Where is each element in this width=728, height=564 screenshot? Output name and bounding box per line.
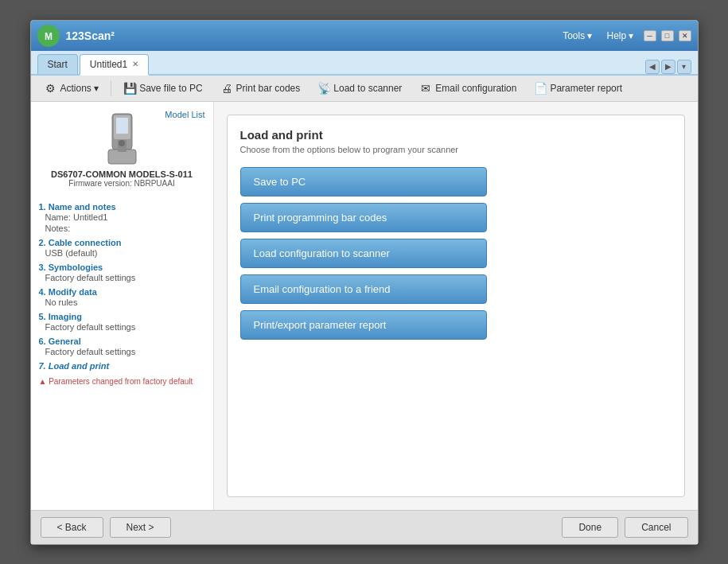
tab-untitled1[interactable]: Untitled1 ✕ <box>80 54 149 76</box>
panel-title: Load and print <box>240 128 672 142</box>
nav-section-value: No rules <box>39 298 205 307</box>
done-button[interactable]: Done <box>562 517 618 538</box>
action-buttons: Save to PCPrint programming bar codesLoa… <box>240 167 672 340</box>
tab-start[interactable]: Start <box>37 54 78 74</box>
parameter-report-button[interactable]: 📄 Parameter report <box>527 79 629 98</box>
tab-dropdown-button[interactable]: ▾ <box>677 60 691 74</box>
report-icon: 📄 <box>534 82 547 95</box>
scanner-image <box>100 110 144 169</box>
actions-icon: ⚙ <box>45 82 57 95</box>
maximize-button[interactable]: □ <box>661 30 674 41</box>
load-icon: 📡 <box>317 82 330 95</box>
nav-section-5: 5. ImagingFactory default settings <box>39 312 205 332</box>
nav-section-1: 1. Name and notesName: Untitled1Notes: <box>39 202 205 233</box>
action-btn-4[interactable]: Email configuration to a friend <box>240 274 487 304</box>
nav-sections: 1. Name and notesName: Untitled1Notes:2.… <box>39 202 205 371</box>
load-scanner-button[interactable]: 📡 Load to scanner <box>310 79 409 98</box>
app-title: 123Scan² <box>66 29 559 42</box>
model-list-link[interactable]: Model List <box>165 110 204 119</box>
nav-section-title-1[interactable]: 1. Name and notes <box>39 202 205 212</box>
nav-section-value: USB (default) <box>39 248 205 258</box>
tab-next-button[interactable]: ▶ <box>661 60 675 74</box>
tab-untitled1-label: Untitled1 <box>90 59 127 70</box>
nav-section-label: Notes: <box>39 224 205 233</box>
nav-section-value: Factory default settings <box>39 322 205 332</box>
nav-section-4: 4. Modify dataNo rules <box>39 287 205 307</box>
nav-section-value: Factory default settings <box>39 347 205 356</box>
toolbar: ⚙ Actions ▾ 💾 Save file to PC 🖨 Print ba… <box>31 76 698 102</box>
nav-section-3: 3. SymbologiesFactory default settings <box>39 263 205 282</box>
title-bar: M 123Scan² Tools ▾ Help ▾ ─ □ ✕ <box>31 21 698 51</box>
nav-section-7: 7. Load and print <box>39 361 205 371</box>
nav-section-6: 6. GeneralFactory default settings <box>39 336 205 356</box>
window-controls: Tools ▾ Help ▾ ─ □ ✕ <box>558 29 691 43</box>
nav-section-title-5[interactable]: 5. Imaging <box>39 312 205 321</box>
close-button[interactable]: ✕ <box>679 30 691 41</box>
tab-bar: Start Untitled1 ✕ ◀ ▶ ▾ <box>31 51 698 76</box>
nav-section-value: Name: Untitled1 <box>39 212 205 222</box>
svg-text:M: M <box>45 31 53 42</box>
bottom-bar: < Back Next > Done Cancel <box>31 510 698 544</box>
tools-menu[interactable]: Tools ▾ <box>558 29 597 43</box>
svg-point-7 <box>119 140 125 146</box>
content-area: Model List DS6707-COMMON MODELS-S-011 Fi… <box>31 102 698 510</box>
nav-section-value: Factory default settings <box>39 273 205 282</box>
nav-section-title-6[interactable]: 6. General <box>39 336 205 346</box>
motorola-logo: M <box>37 25 60 47</box>
sidebar: Model List DS6707-COMMON MODELS-S-011 Fi… <box>31 102 214 510</box>
back-button[interactable]: < Back <box>41 517 103 538</box>
cancel-button[interactable]: Cancel <box>625 517 687 538</box>
action-btn-5[interactable]: Print/export parameter report <box>240 310 487 340</box>
changed-note: ▲ Parameters changed from factory defaul… <box>39 377 205 386</box>
help-menu[interactable]: Help ▾ <box>601 29 638 43</box>
tab-navigation: ◀ ▶ ▾ <box>645 60 691 74</box>
action-btn-3[interactable]: Load configuration to scanner <box>240 239 487 268</box>
main-window: M 123Scan² Tools ▾ Help ▾ ─ □ ✕ Start Un… <box>30 20 699 545</box>
save-icon: 💾 <box>123 82 136 95</box>
scanner-image-area: Model List DS6707-COMMON MODELS-S-011 Fi… <box>39 110 205 196</box>
toolbar-sep-1 <box>111 80 111 96</box>
print-icon: 🖨 <box>220 82 233 95</box>
nav-section-title-4[interactable]: 4. Modify data <box>39 287 205 297</box>
next-button[interactable]: Next > <box>110 517 171 538</box>
nav-section-title-2[interactable]: 2. Cable connection <box>39 238 205 247</box>
nav-section-title-3[interactable]: 3. Symbologies <box>39 263 205 272</box>
email-icon: ✉ <box>419 82 432 95</box>
device-firmware: Firmware version: NBRPUAAI <box>68 179 174 188</box>
save-file-button[interactable]: 💾 Save file to PC <box>116 79 209 98</box>
action-btn-2[interactable]: Print programming bar codes <box>240 203 487 232</box>
nav-section-2: 2. Cable connectionUSB (default) <box>39 238 205 258</box>
minimize-button[interactable]: ─ <box>644 30 656 41</box>
nav-section-title-7[interactable]: 7. Load and print <box>39 361 205 371</box>
tab-prev-button[interactable]: ◀ <box>645 60 660 74</box>
main-panel: Load and print Choose from the options b… <box>214 102 698 510</box>
tab-start-label: Start <box>48 59 68 70</box>
email-config-button[interactable]: ✉ Email configuration <box>412 79 524 98</box>
panel-box: Load and print Choose from the options b… <box>227 115 685 497</box>
print-barcodes-button[interactable]: 🖨 Print bar codes <box>213 79 308 98</box>
panel-subtitle: Choose from the options below to program… <box>240 145 672 154</box>
svg-rect-4 <box>116 118 128 134</box>
action-btn-1[interactable]: Save to PC <box>240 167 487 196</box>
tab-close-icon[interactable]: ✕ <box>132 60 138 68</box>
device-name: DS6707-COMMON MODELS-S-011 <box>51 169 193 179</box>
actions-menu-button[interactable]: ⚙ Actions ▾ <box>37 79 107 98</box>
